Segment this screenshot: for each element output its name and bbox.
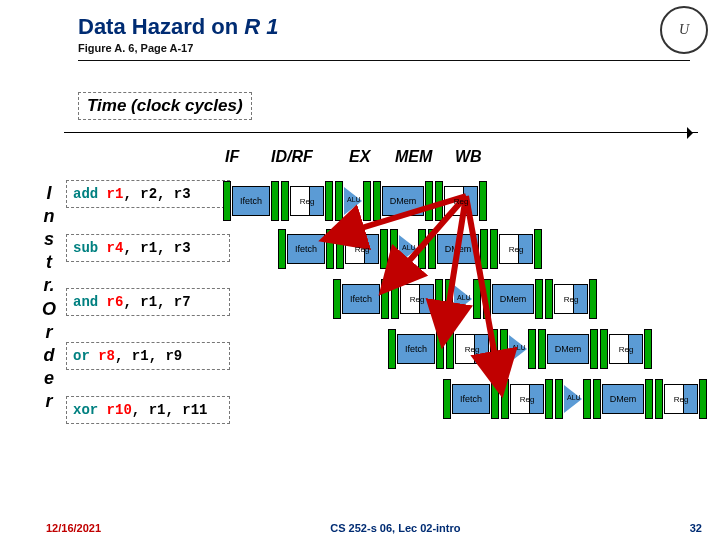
block-label: Ifetch [240, 196, 262, 206]
stage-ex: EX [349, 148, 375, 166]
latch-bar [436, 329, 444, 369]
instruction-column: add r1, r2, r3 sub r4, r1, r3 and r6, r1… [66, 180, 230, 424]
reg-write-block: Reg [554, 284, 588, 314]
latch-bar [435, 181, 443, 221]
alu-block: ALU [399, 235, 417, 263]
vlabel-char: r. [42, 274, 56, 297]
instr-op: xor [73, 402, 107, 418]
pipeline-row: Ifetch Reg ALU DMem Reg [222, 180, 488, 222]
reg-read-block: Reg [510, 384, 544, 414]
latch-bar [335, 181, 343, 221]
latch-bar [555, 379, 563, 419]
latch-bar [325, 181, 333, 221]
ifetch-block: Ifetch [342, 284, 380, 314]
stage-idrf: ID/RF [271, 148, 329, 166]
latch-bar [491, 379, 499, 419]
latch-bar [644, 329, 652, 369]
ifetch-block: Ifetch [232, 186, 270, 216]
latch-bar [490, 229, 498, 269]
latch-bar [479, 181, 487, 221]
vlabel-char: n [42, 205, 56, 228]
instr-dest: r10 [107, 402, 132, 418]
latch-bar [391, 279, 399, 319]
reg-write-block: Reg [664, 384, 698, 414]
vlabel-char: I [42, 182, 56, 205]
instr-dest: r6 [107, 294, 124, 310]
latch-bar [500, 329, 508, 369]
block-label: Reg [509, 245, 524, 254]
block-label: Ifetch [405, 344, 427, 354]
dmem-block: DMem [492, 284, 534, 314]
vlabel-char: s [42, 228, 56, 251]
vlabel-char: O [42, 298, 56, 321]
latch-bar [381, 279, 389, 319]
alu-block: ALU [564, 385, 582, 413]
latch-bar [534, 229, 542, 269]
stage-if: IF [225, 148, 251, 166]
slide-root: U Data Hazard on R 1 Figure A. 6, Page A… [0, 0, 720, 540]
dmem-block: DMem [602, 384, 644, 414]
block-label: DMem [555, 344, 582, 354]
block-label: DMem [445, 244, 472, 254]
block-label: ALU [402, 244, 416, 251]
title-r1: R 1 [244, 14, 278, 39]
instr-rest: , r1, r7 [123, 294, 190, 310]
vlabel-char: d [42, 344, 56, 367]
latch-bar [373, 181, 381, 221]
latch-bar [425, 181, 433, 221]
block-label: Reg [619, 345, 634, 354]
block-label: ALU [347, 196, 361, 203]
instr-rest: , r1, r11 [132, 402, 208, 418]
reg-write-block: Reg [499, 234, 533, 264]
latch-bar [583, 379, 591, 419]
block-label: Reg [454, 197, 469, 206]
ifetch-block: Ifetch [287, 234, 325, 264]
instr-rest: , r2, r3 [123, 186, 190, 202]
latch-bar [363, 181, 371, 221]
latch-bar [545, 279, 553, 319]
block-label: Reg [300, 197, 315, 206]
block-label: Reg [355, 245, 370, 254]
latch-bar [223, 181, 231, 221]
footer-center: CS 252-s 06, Lec 02-intro [330, 522, 460, 534]
slide-subtitle: Figure A. 6, Page A-17 [0, 40, 720, 60]
latch-bar [590, 329, 598, 369]
title-underline [78, 60, 690, 61]
latch-bar [281, 181, 289, 221]
pipeline-row: Ifetch Reg ALU DMem Reg [277, 228, 543, 270]
block-label: DMem [500, 294, 527, 304]
ifetch-block: Ifetch [397, 334, 435, 364]
instr-dest: r1 [107, 186, 124, 202]
reg-read-block: Reg [400, 284, 434, 314]
footer-page-number: 32 [690, 522, 702, 534]
latch-bar [443, 379, 451, 419]
block-label: DMem [610, 394, 637, 404]
reg-read-block: Reg [290, 186, 324, 216]
latch-bar [655, 379, 663, 419]
stage-mem: MEM [395, 148, 435, 166]
latch-bar [446, 329, 454, 369]
instruction-row: xor r10, r1, r11 [66, 396, 230, 424]
alu-block: ALU [509, 335, 527, 363]
pipeline-row: Ifetch Reg ALU DMem Reg [442, 378, 708, 420]
time-axis-label: Time (clock cycles) [78, 92, 252, 120]
instr-op: or [73, 348, 98, 364]
block-label: Reg [564, 295, 579, 304]
instr-op: sub [73, 240, 107, 256]
block-label: ALU [512, 344, 526, 351]
latch-bar [428, 229, 436, 269]
latch-bar [380, 229, 388, 269]
latch-bar [480, 229, 488, 269]
pipeline-row: Ifetch Reg ALU DMem Reg [387, 328, 653, 370]
vlabel-char: e [42, 367, 56, 390]
slide-title: Data Hazard on R 1 [0, 0, 720, 40]
block-label: Reg [410, 295, 425, 304]
title-prefix: Data Hazard on [78, 14, 244, 39]
instruction-row: or r8, r1, r9 [66, 342, 230, 370]
dmem-block: DMem [437, 234, 479, 264]
instruction-row: add r1, r2, r3 [66, 180, 230, 208]
vertical-label-instr: I n s t r. [42, 182, 56, 297]
vlabel-char: t [42, 251, 56, 274]
instr-rest: , r1, r3 [123, 240, 190, 256]
latch-bar [490, 329, 498, 369]
